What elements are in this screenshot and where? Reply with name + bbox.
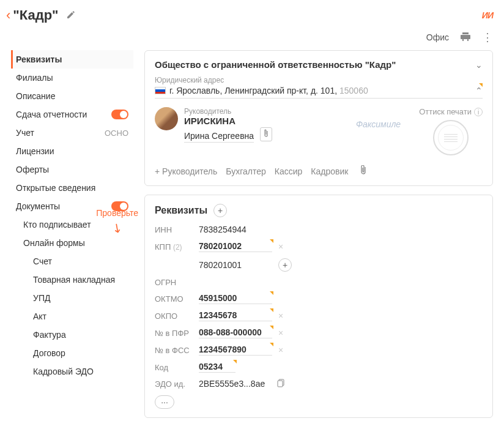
- sidebar-item-label: Счет: [33, 256, 52, 266]
- oktmo-value[interactable]: 45915000: [199, 293, 272, 304]
- code-value[interactable]: 05234: [199, 362, 235, 373]
- pfr-value[interactable]: 088-088-000000: [199, 327, 272, 338]
- org-card: Общество с ограниченной ответственностью…: [144, 50, 493, 186]
- leader-label: Руководитель: [184, 107, 338, 116]
- sidebar-item-label: Товарная накладная: [33, 275, 115, 285]
- sidebar-item-14[interactable]: Акт: [11, 307, 133, 326]
- sidebar-item-label: Лицензии: [16, 146, 54, 156]
- ogrn-label: ОГРН: [155, 278, 199, 287]
- avatar[interactable]: [155, 107, 178, 130]
- paperclip-icon[interactable]: [260, 127, 272, 141]
- clear-icon[interactable]: ×: [278, 242, 283, 252]
- oktmo-label: ОКТМО: [155, 294, 199, 304]
- toggle[interactable]: [111, 110, 128, 119]
- ru-flag-icon: [155, 87, 166, 94]
- edo-value[interactable]: 2BE5555e3...8ae: [199, 379, 272, 389]
- role-cashier[interactable]: Кассир: [275, 166, 303, 176]
- sidebar: РеквизитыФилиалыОписаниеСдача отчетности…: [11, 50, 133, 418]
- sidebar-item-7[interactable]: Открытые сведения: [11, 179, 133, 197]
- sidebar-item-label: Фактура: [33, 330, 66, 340]
- requisites-title: Реквизиты: [155, 205, 207, 216]
- sidebar-item-15[interactable]: Фактура: [11, 326, 133, 344]
- pfr-label: № в ПФР: [155, 329, 199, 338]
- sidebar-item-label: Описание: [16, 91, 55, 101]
- chevron-up-icon[interactable]: ⌃: [475, 86, 483, 95]
- toggle[interactable]: [111, 201, 128, 211]
- sidebar-item-label: Акт: [33, 311, 46, 321]
- clear-icon[interactable]: ×: [278, 311, 283, 321]
- clear-icon[interactable]: ×: [278, 328, 283, 338]
- sidebar-item-10[interactable]: Онлайн формы: [11, 234, 133, 252]
- org-name: Общество с ограниченной ответственностью…: [155, 59, 396, 70]
- badge: ОСНО: [105, 129, 128, 138]
- sidebar-item-1[interactable]: Филиалы: [11, 69, 133, 87]
- sidebar-item-2[interactable]: Описание: [11, 87, 133, 105]
- sidebar-item-9[interactable]: Кто подписывает: [11, 215, 133, 234]
- facsimile-placeholder[interactable]: Факсимиле: [356, 119, 401, 129]
- kpp-value-2[interactable]: 780201001: [199, 260, 272, 270]
- kpp-value-1[interactable]: 780201002: [199, 241, 272, 252]
- address-label: Юридический адрес: [155, 76, 483, 84]
- sidebar-item-16[interactable]: Договор: [11, 344, 133, 362]
- stamp-placeholder[interactable]: [433, 120, 469, 155]
- info-icon[interactable]: i: [474, 108, 483, 116]
- role-accountant[interactable]: Бухгалтер: [226, 166, 265, 176]
- more-vertical-icon[interactable]: ⋮: [482, 31, 493, 44]
- print-icon[interactable]: [460, 31, 471, 44]
- sidebar-item-label: Учет: [16, 128, 34, 138]
- paperclip-icon[interactable]: [360, 165, 368, 177]
- sidebar-item-label: Онлайн формы: [23, 238, 85, 248]
- ii-icon[interactable]: ИИ: [482, 10, 493, 20]
- sidebar-item-4[interactable]: УчетОСНО: [11, 124, 133, 142]
- sidebar-item-12[interactable]: Товарная накладная: [11, 270, 133, 289]
- sidebar-item-6[interactable]: Оферты: [11, 160, 133, 179]
- sidebar-item-11[interactable]: Счет: [11, 252, 133, 270]
- sidebar-item-13[interactable]: УПД: [11, 289, 133, 307]
- add-leader-button[interactable]: + Руководитель: [155, 166, 217, 176]
- sidebar-item-label: Открытые сведения: [16, 183, 95, 193]
- leader-firstname[interactable]: Ирина Сергеевна: [184, 131, 254, 143]
- sidebar-item-label: Документы: [16, 201, 60, 211]
- requisites-card: Реквизиты + ИНН7838254944 КПП (2)7802010…: [144, 195, 493, 418]
- kpp-label: КПП (2): [155, 242, 199, 252]
- fss-value[interactable]: 1234567890: [199, 345, 272, 356]
- add-requisite-button[interactable]: +: [213, 204, 227, 217]
- sidebar-item-label: Договор: [33, 348, 65, 358]
- page-title: "Кадр": [13, 7, 58, 23]
- more-options-button[interactable]: ···: [155, 395, 174, 409]
- okpo-value[interactable]: 12345678: [199, 310, 272, 321]
- leader-lastname[interactable]: ИРИСКИНА: [184, 116, 338, 126]
- inn-value[interactable]: 7838254944: [199, 225, 272, 235]
- chevron-down-icon[interactable]: ⌄: [475, 60, 483, 70]
- okpo-label: ОКПО: [155, 311, 199, 321]
- sidebar-item-label: Филиалы: [16, 73, 53, 83]
- role-hr[interactable]: Кадровик: [311, 166, 348, 176]
- sidebar-item-0[interactable]: Реквизиты: [11, 50, 133, 69]
- inn-label: ИНН: [155, 225, 199, 234]
- stamp-label: Оттиск печатиi: [419, 107, 483, 116]
- sidebar-item-label: Реквизиты: [16, 54, 62, 64]
- fss-label: № в ФСС: [155, 346, 199, 355]
- code-label: Код: [155, 363, 199, 372]
- sidebar-item-17[interactable]: Кадровый ЭДО: [11, 362, 133, 381]
- edo-label: ЭДО ид.: [155, 379, 199, 389]
- address-text[interactable]: г. Ярославль, Ленинградский пр-кт, д. 10…: [169, 86, 368, 95]
- copy-icon[interactable]: [277, 379, 286, 389]
- back-chevron-icon[interactable]: ‹: [6, 7, 10, 23]
- sidebar-item-5[interactable]: Лицензии: [11, 142, 133, 160]
- add-kpp-button[interactable]: +: [278, 258, 292, 272]
- sidebar-item-label: Кадровый ЭДО: [33, 367, 94, 376]
- clear-icon[interactable]: ×: [278, 345, 283, 355]
- sidebar-item-3[interactable]: Сдача отчетности: [11, 105, 133, 124]
- sidebar-item-label: Сдача отчетности: [16, 110, 87, 119]
- edit-icon[interactable]: [66, 10, 76, 21]
- sidebar-item-8[interactable]: Документы: [11, 197, 133, 215]
- sidebar-item-label: УПД: [33, 293, 50, 303]
- svg-rect-1: [278, 381, 283, 387]
- office-link[interactable]: Офис: [426, 32, 449, 42]
- sidebar-item-label: Кто подписывает: [23, 220, 91, 229]
- sidebar-item-label: Оферты: [16, 165, 49, 174]
